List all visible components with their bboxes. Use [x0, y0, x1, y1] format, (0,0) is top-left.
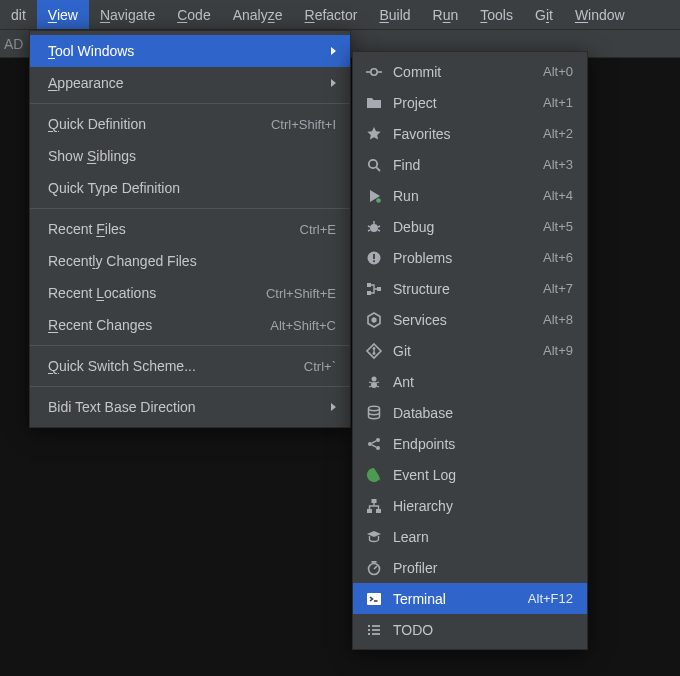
menu-item-label: Learn [393, 529, 573, 545]
tool-windows-todo[interactable]: TODO [353, 614, 587, 645]
menubar-item-dit[interactable]: dit [0, 0, 37, 29]
view-menu-recently-changed-files[interactable]: Recently Changed Files [30, 245, 350, 277]
menu-item-label: Endpoints [393, 436, 573, 452]
view-menu-bidi-text-base-direction[interactable]: Bidi Text Base Direction [30, 391, 350, 423]
search-icon [365, 156, 383, 174]
view-menu-quick-definition[interactable]: Quick DefinitionCtrl+Shift+I [30, 108, 350, 140]
separator [30, 345, 350, 346]
endpoints-icon [365, 435, 383, 453]
separator [30, 386, 350, 387]
tool-windows-profiler[interactable]: Profiler [353, 552, 587, 583]
menu-item-shortcut: Alt+6 [543, 250, 573, 265]
chevron-right-icon [331, 403, 336, 411]
tool-windows-terminal[interactable]: TerminalAlt+F12 [353, 583, 587, 614]
menu-item-label: Profiler [393, 560, 573, 576]
tool-windows-debug[interactable]: DebugAlt+5 [353, 211, 587, 242]
menu-item-label: Services [393, 312, 543, 328]
terminal-icon [365, 590, 383, 608]
menubar-item-window[interactable]: Window [564, 0, 636, 29]
menubar-item-git[interactable]: Git [524, 0, 564, 29]
menu-item-label: Problems [393, 250, 543, 266]
menu-item-shortcut: Alt+3 [543, 157, 573, 172]
view-menu-recent-files[interactable]: Recent FilesCtrl+E [30, 213, 350, 245]
tool-windows-event-log[interactable]: Event Log [353, 459, 587, 490]
tool-windows-learn[interactable]: Learn [353, 521, 587, 552]
profiler-icon [365, 559, 383, 577]
structure-icon [365, 280, 383, 298]
menu-item-label: Debug [393, 219, 543, 235]
tool-windows-ant[interactable]: Ant [353, 366, 587, 397]
menu-item-shortcut: Alt+7 [543, 281, 573, 296]
separator [30, 103, 350, 104]
view-menu-recent-changes[interactable]: Recent ChangesAlt+Shift+C [30, 309, 350, 341]
tool-windows-run[interactable]: RunAlt+4 [353, 180, 587, 211]
database-icon [365, 404, 383, 422]
menu-item-label: Ant [393, 374, 573, 390]
run-icon [365, 187, 383, 205]
tool-windows-services[interactable]: ServicesAlt+8 [353, 304, 587, 335]
eventlog-icon [365, 466, 383, 484]
star-icon [365, 125, 383, 143]
menu-item-shortcut: Alt+F12 [528, 591, 573, 606]
tool-windows-database[interactable]: Database [353, 397, 587, 428]
tool-windows-project[interactable]: ProjectAlt+1 [353, 87, 587, 118]
menu-item-shortcut: Alt+9 [543, 343, 573, 358]
folder-icon [365, 94, 383, 112]
chevron-right-icon [331, 47, 336, 55]
toolbar-left-text: AD [4, 36, 23, 52]
menubar-item-run[interactable]: Run [422, 0, 470, 29]
tool-windows-submenu: CommitAlt+0ProjectAlt+1FavoritesAlt+2Fin… [352, 51, 588, 650]
menubar-item-view[interactable]: View [37, 0, 89, 29]
menubar-item-tools[interactable]: Tools [469, 0, 524, 29]
ant-icon [365, 373, 383, 391]
menu-item-shortcut: Alt+2 [543, 126, 573, 141]
tool-windows-structure[interactable]: StructureAlt+7 [353, 273, 587, 304]
menu-item-label: TODO [393, 622, 573, 638]
separator [30, 208, 350, 209]
view-menu-recent-locations[interactable]: Recent LocationsCtrl+Shift+E [30, 277, 350, 309]
tool-windows-find[interactable]: FindAlt+3 [353, 149, 587, 180]
tool-windows-problems[interactable]: ProblemsAlt+6 [353, 242, 587, 273]
tool-windows-hierarchy[interactable]: Hierarchy [353, 490, 587, 521]
menu-item-label: Run [393, 188, 543, 204]
menu-item-shortcut: Alt+5 [543, 219, 573, 234]
view-menu-appearance[interactable]: Appearance [30, 67, 350, 99]
menu-item-label: Hierarchy [393, 498, 573, 514]
problems-icon [365, 249, 383, 267]
menubar: ditViewNavigateCodeAnalyzeRefactorBuildR… [0, 0, 680, 30]
view-dropdown: Tool WindowsAppearanceQuick DefinitionCt… [29, 30, 351, 428]
todo-icon [365, 621, 383, 639]
menu-item-label: Project [393, 95, 543, 111]
menu-item-label: Structure [393, 281, 543, 297]
git-icon [365, 342, 383, 360]
menu-item-label: Commit [393, 64, 543, 80]
learn-icon [365, 528, 383, 546]
menubar-item-code[interactable]: Code [166, 0, 221, 29]
debug-icon [365, 218, 383, 236]
hierarchy-icon [365, 497, 383, 515]
tool-windows-commit[interactable]: CommitAlt+0 [353, 56, 587, 87]
tool-windows-favorites[interactable]: FavoritesAlt+2 [353, 118, 587, 149]
menu-item-label: Find [393, 157, 543, 173]
menu-item-label: Git [393, 343, 543, 359]
view-menu-tool-windows[interactable]: Tool Windows [30, 35, 350, 67]
menu-item-shortcut: Alt+8 [543, 312, 573, 327]
chevron-right-icon [331, 79, 336, 87]
menubar-item-refactor[interactable]: Refactor [294, 0, 369, 29]
menu-item-label: Terminal [393, 591, 528, 607]
view-menu-quick-switch-scheme[interactable]: Quick Switch Scheme...Ctrl+` [30, 350, 350, 382]
view-menu-quick-type-definition[interactable]: Quick Type Definition [30, 172, 350, 204]
services-icon [365, 311, 383, 329]
menu-item-label: Favorites [393, 126, 543, 142]
menubar-item-analyze[interactable]: Analyze [222, 0, 294, 29]
menu-item-shortcut: Alt+4 [543, 188, 573, 203]
menu-item-label: Event Log [393, 467, 573, 483]
menubar-item-build[interactable]: Build [368, 0, 421, 29]
tool-windows-git[interactable]: GitAlt+9 [353, 335, 587, 366]
menu-item-label: Database [393, 405, 573, 421]
commit-icon [365, 63, 383, 81]
menubar-item-navigate[interactable]: Navigate [89, 0, 166, 29]
tool-windows-endpoints[interactable]: Endpoints [353, 428, 587, 459]
view-menu-show-siblings[interactable]: Show Siblings [30, 140, 350, 172]
menu-item-shortcut: Alt+1 [543, 95, 573, 110]
